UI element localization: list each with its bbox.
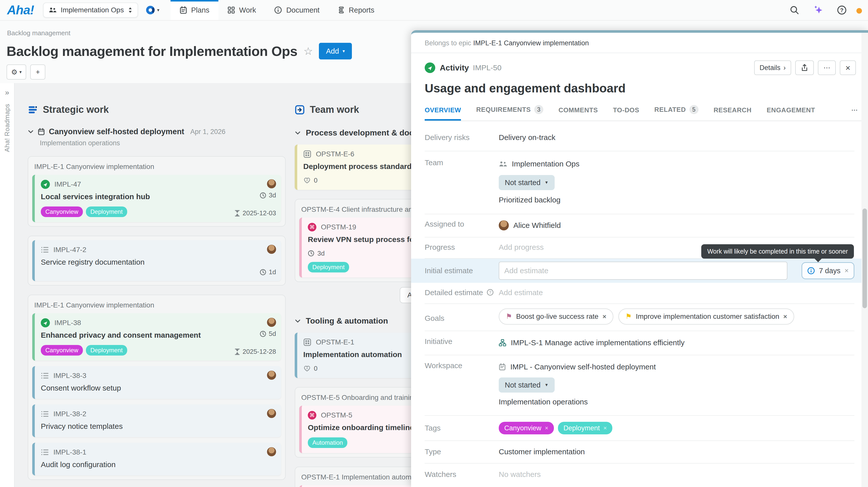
remove-tag-icon[interactable]: × <box>603 425 607 432</box>
epic-group-header[interactable]: OPSTM-E-5 Onboarding and training <box>299 392 429 406</box>
board-card-OPSTM-19[interactable]: ⌘OPSTM-19Review VPN setup process for3dD… <box>299 218 429 278</box>
board-card-IMPL-47-2[interactable]: IMPL-47-2Service registry documentation1… <box>32 240 281 281</box>
delivery-risks-value[interactable]: Delivery on-track <box>499 133 855 142</box>
detailed-estimate-placeholder[interactable]: Add estimate <box>499 288 855 297</box>
list-icon <box>41 411 49 417</box>
close-drawer-button[interactable]: × <box>840 60 856 75</box>
goal-chip[interactable]: ⚑Boost go-live success rate× <box>499 309 613 325</box>
board-card-IMPL-38[interactable]: IMPL-38Enhanced privacy and consent mana… <box>32 313 281 361</box>
workspace-selector[interactable]: Implementation Ops <box>43 2 138 18</box>
sidebar-product-label: Aha! Roadmaps <box>3 104 11 152</box>
drawer-tab-overview[interactable]: OVERVIEW <box>425 106 461 121</box>
aha-logo[interactable]: Aha! <box>0 3 43 18</box>
board-card-IMPL-47[interactable]: IMPL-47Local services integration hub3d2… <box>32 175 281 222</box>
nav-tab-label: Plans <box>191 6 210 14</box>
reports-icon <box>338 6 345 14</box>
nav-tab-label: Reports <box>349 6 375 14</box>
help-icon[interactable]: ? <box>837 5 847 15</box>
drawer-tab-to-dos[interactable]: TO-DOS <box>613 106 639 121</box>
drawer-tab-requirements[interactable]: REQUIREMENTS3 <box>476 105 543 121</box>
nav-tab-work[interactable]: Work <box>218 0 265 20</box>
epic-group-header[interactable]: OPSTM-E-1 Implementation automati <box>299 471 429 485</box>
tag-pill-deployment[interactable]: Deployment× <box>558 422 612 434</box>
epic-group-header[interactable]: OPSTM-E-4 Client infrastructure and <box>299 203 429 218</box>
drawer-tab-label: RELATED <box>654 106 686 113</box>
field-goals: Goals ⚑Boost go-live success rate×⚑Impro… <box>425 304 855 331</box>
drawer-tab-research[interactable]: RESEARCH <box>714 106 752 121</box>
details-button[interactable]: Details› <box>754 60 792 75</box>
remove-tag-icon[interactable]: × <box>545 425 548 432</box>
nav-tab-reports[interactable]: Reports <box>329 0 383 20</box>
ai-sparkle-icon[interactable] <box>813 4 824 15</box>
expand-sidebar-icon[interactable]: » <box>5 88 9 97</box>
field-initiative: Initiative IMPL-S-1 Manage active implem… <box>425 331 855 355</box>
workspace-value[interactable]: IMPL - Canyonview self-hosted deployment <box>510 363 656 371</box>
watchers-placeholder[interactable]: No watchers <box>499 470 855 479</box>
breadcrumb[interactable]: Backlog management <box>7 29 70 37</box>
release-row[interactable]: Canyonview self-hosted deployment Apr 1,… <box>28 127 286 136</box>
drawer-tab-comments[interactable]: COMMENTS <box>558 106 598 121</box>
search-icon[interactable] <box>789 5 800 15</box>
team-work-title: Team work <box>310 104 359 115</box>
epic-group-cards: ⌘OPSTM-5Optimize onboarding timelinesAut… <box>299 406 429 453</box>
add-panel-button[interactable]: + <box>30 64 45 79</box>
board-card-OPSTM-5[interactable]: ⌘OPSTM-5Optimize onboarding timelinesAut… <box>299 406 429 453</box>
epic-group-header[interactable]: IMPL-E-1 Canyonview implementation <box>32 161 281 175</box>
epic-group-header[interactable]: IMPL-E-1 Canyonview implementation <box>32 299 281 313</box>
field-type: Type Customer implementation <box>425 441 855 463</box>
card-title: Privacy notice templates <box>41 422 275 432</box>
drawer-scrollbar-thumb[interactable] <box>863 208 867 308</box>
board-card-IMPL-38-3[interactable]: IMPL-38-3Consent workflow setup <box>32 366 281 399</box>
drawer-tab-engagement[interactable]: ENGAGEMENT <box>767 106 815 121</box>
card-due-date: 2025-12-28 <box>235 348 276 356</box>
add-button[interactable]: Add▾ <box>319 43 352 59</box>
drawer-tab-label: REQUIREMENTS <box>476 106 531 113</box>
question-circle-icon[interactable]: ? <box>487 289 494 296</box>
remove-goal-icon[interactable]: × <box>783 313 787 321</box>
estimate-suggestion-chip[interactable]: 7 days × <box>802 262 855 279</box>
remove-goal-icon[interactable]: × <box>602 313 606 321</box>
card-id-row: OPSTM-E-6 <box>303 149 427 159</box>
share-button[interactable] <box>795 60 814 75</box>
more-actions-button[interactable]: ⋯ <box>818 60 836 75</box>
initiative-value[interactable]: IMPL-S-1 Manage active implementations e… <box>511 338 685 347</box>
document-icon <box>274 6 282 14</box>
card-assignee-avatar <box>267 318 276 327</box>
goal-chip[interactable]: ⚑Improve implementation customer satisfa… <box>618 309 794 325</box>
drawer-tab-related[interactable]: RELATED5 <box>654 105 699 121</box>
epic-group-cards: IMPL-38Enhanced privacy and consent mana… <box>32 313 281 476</box>
drawer-tabs-overflow[interactable]: ⋯ <box>851 106 858 121</box>
tab-count-badge: 5 <box>689 105 699 114</box>
team-value[interactable]: Implementation Ops <box>512 160 579 168</box>
team-icon <box>499 161 507 167</box>
epic-link[interactable]: IMPL-E-1 Canyonview implementation <box>473 39 589 47</box>
initial-estimate-input[interactable] <box>499 262 787 280</box>
view-settings-button[interactable]: ⚙▾ <box>6 64 26 79</box>
work-icon <box>227 6 235 14</box>
drawer-tab-label: OVERVIEW <box>425 106 461 114</box>
card-assignee-avatar <box>267 245 276 254</box>
workspace-status-dropdown[interactable]: Not started▼ <box>499 378 555 393</box>
board-card-OPSTM-6[interactable]: ⌘OPSTM-6Set up auto-reminders for reviAu… <box>299 485 429 487</box>
nav-tab-plans[interactable]: Plans <box>170 0 219 20</box>
clock-icon <box>260 331 266 337</box>
remove-estimate-icon[interactable]: × <box>844 267 848 275</box>
favorite-star-icon[interactable]: ☆ <box>304 45 313 57</box>
estimate-tooltip: Work will likely be completed in this ti… <box>701 244 854 259</box>
nav-tab-label: Document <box>286 6 319 14</box>
card-ref: IMPL-38-2 <box>53 410 86 418</box>
nav-tab-document[interactable]: Document <box>265 0 329 20</box>
board-card-IMPL-38-2[interactable]: IMPL-38-2Privacy notice templates <box>32 404 281 437</box>
card-ref: OPSTM-E-6 <box>316 150 354 158</box>
type-value[interactable]: Customer implementation <box>499 448 855 456</box>
info-icon <box>807 267 815 274</box>
card-assignee-avatar <box>267 447 276 456</box>
tag-pill-canyonview[interactable]: Canyonview× <box>499 422 554 434</box>
assigned-to-value[interactable]: Alice Whitfield <box>513 221 561 230</box>
field-watchers: Watchers No watchers <box>425 463 855 486</box>
board-card-IMPL-38-1[interactable]: IMPL-38-1Audit log configuration <box>32 443 281 476</box>
team-section-label: Process development & docum <box>306 128 426 137</box>
epic-icon <box>303 338 311 346</box>
org-logo-menu[interactable]: ▾ <box>146 6 159 14</box>
team-status-dropdown[interactable]: Not started▼ <box>499 175 555 190</box>
